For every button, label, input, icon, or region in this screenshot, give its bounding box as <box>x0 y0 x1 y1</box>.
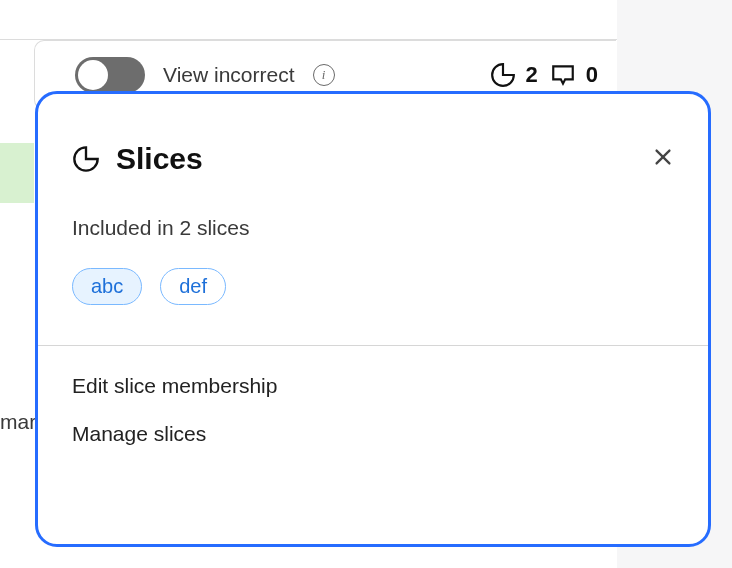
pie-chart-icon <box>490 62 516 88</box>
slice-count-metric[interactable]: 2 <box>490 62 538 88</box>
slice-chips: abc def <box>72 268 674 305</box>
slice-chip[interactable]: abc <box>72 268 142 305</box>
comment-icon <box>550 62 576 88</box>
popover-subtitle: Included in 2 slices <box>72 216 674 240</box>
popover-header: Slices <box>38 94 708 176</box>
comment-count-value: 0 <box>586 62 598 88</box>
toggle-knob <box>78 60 108 90</box>
toggle-label: View incorrect <box>163 63 295 87</box>
close-icon <box>652 146 674 168</box>
top-border-section <box>0 0 617 40</box>
edit-slice-membership-button[interactable]: Edit slice membership <box>72 374 674 398</box>
view-incorrect-toggle[interactable] <box>75 57 145 93</box>
info-icon[interactable]: i <box>313 64 335 86</box>
popover-body: Included in 2 slices abc def <box>38 176 708 345</box>
slice-count-value: 2 <box>526 62 538 88</box>
background-partial-text: mar <box>0 410 36 434</box>
comment-count-metric[interactable]: 0 <box>550 62 598 88</box>
row-highlight <box>0 143 34 203</box>
popover-title: Slices <box>116 142 203 176</box>
slice-chip[interactable]: def <box>160 268 226 305</box>
slices-popover: Slices Included in 2 slices abc def Edit… <box>35 91 711 547</box>
metrics-group: 2 0 <box>490 62 617 88</box>
pie-chart-icon <box>72 145 100 173</box>
popover-actions: Edit slice membership Manage slices <box>38 346 708 446</box>
manage-slices-button[interactable]: Manage slices <box>72 422 674 446</box>
close-button[interactable] <box>648 142 678 172</box>
